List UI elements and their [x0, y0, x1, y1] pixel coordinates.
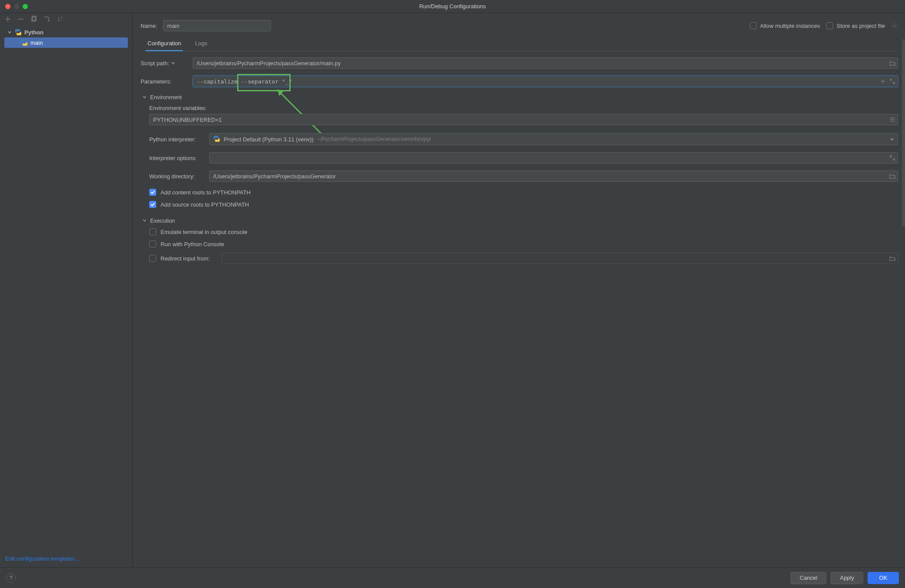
expand-icon[interactable] — [889, 78, 895, 84]
sort-config-icon[interactable] — [57, 16, 64, 23]
edit-templates-link[interactable]: Edit configuration templates... — [5, 555, 80, 562]
checkbox-label: Allow multiple instances — [760, 23, 820, 29]
parameters-label: Parameters: — [141, 78, 188, 85]
chevron-down-icon — [7, 30, 12, 35]
env-vars-input[interactable] — [149, 114, 898, 125]
ok-button[interactable]: OK — [868, 572, 899, 584]
add-config-icon[interactable] — [4, 16, 11, 23]
checkbox-icon — [826, 22, 833, 29]
section-heading: Execution — [150, 217, 175, 224]
tab-bar: Configuration Logs — [141, 40, 898, 51]
list-icon[interactable] — [889, 117, 895, 123]
config-tree[interactable]: Python main — [0, 25, 132, 551]
folder-icon[interactable] — [889, 255, 895, 261]
tree-node-main[interactable]: main — [4, 37, 128, 48]
save-config-icon[interactable] — [44, 16, 50, 23]
chevron-down-icon — [142, 217, 147, 224]
chevron-down-icon[interactable] — [171, 60, 175, 67]
scrollbar-thumb[interactable] — [902, 39, 905, 226]
expand-icon[interactable] — [889, 155, 895, 161]
sidebar-toolbar — [0, 13, 132, 25]
interpreter-value: Project Default (Python 3.11 (venv)) — [224, 136, 314, 143]
gear-icon[interactable] — [891, 22, 898, 29]
checkbox-label: Store as project file — [837, 23, 885, 29]
parameters-input[interactable] — [193, 76, 898, 87]
checkbox-label: Emulate terminal in output console — [161, 229, 247, 235]
zoom-window-icon[interactable] — [23, 4, 28, 9]
python-console-checkbox[interactable] — [149, 241, 156, 247]
dialog-footer: ? Cancel Apply OK — [0, 567, 905, 588]
python-icon — [21, 39, 28, 46]
env-vars-label: Environment variables: — [149, 105, 898, 111]
python-icon — [15, 29, 22, 36]
help-icon[interactable]: ? — [6, 573, 16, 583]
interpreter-label: Python interpreter: — [149, 136, 205, 143]
execution-section-toggle[interactable]: Execution — [142, 217, 898, 224]
window-controls — [5, 4, 28, 9]
checkbox-label: Add source roots to PYTHONPATH — [161, 201, 249, 208]
close-window-icon[interactable] — [5, 4, 10, 9]
checkbox-label: Redirect input from: — [161, 255, 217, 262]
tab-configuration[interactable]: Configuration — [146, 40, 183, 51]
config-form: Name: Allow multiple instances Store as … — [133, 13, 902, 567]
chevron-down-icon — [890, 136, 894, 143]
apply-button[interactable]: Apply — [831, 572, 863, 584]
folder-icon[interactable] — [889, 173, 895, 179]
remove-config-icon[interactable] — [17, 16, 24, 23]
tab-logs[interactable]: Logs — [193, 40, 209, 51]
config-tree-sidebar: Python main Edit configuration templates… — [0, 13, 133, 567]
copy-config-icon[interactable] — [30, 16, 37, 23]
environment-section-toggle[interactable]: Environment — [142, 94, 898, 100]
folder-icon[interactable] — [889, 60, 895, 66]
content-roots-checkbox[interactable] — [149, 189, 156, 196]
redirect-input-path[interactable] — [221, 253, 898, 264]
cancel-button[interactable]: Cancel — [791, 572, 826, 584]
tree-node-label: main — [30, 40, 43, 46]
checkbox-label: Run with Python Console — [161, 241, 224, 247]
svg-point-2 — [894, 25, 895, 27]
checkbox-label: Add content roots to PYTHONPATH — [161, 189, 251, 196]
source-roots-checkbox[interactable] — [149, 201, 156, 208]
script-path-input[interactable] — [193, 57, 898, 69]
script-path-label: Script path: — [141, 60, 188, 67]
python-icon — [213, 135, 220, 144]
tree-node-python[interactable]: Python — [4, 27, 128, 37]
tree-node-label: Python — [24, 29, 44, 36]
working-dir-label: Working directory: — [149, 173, 205, 180]
store-project-file-checkbox[interactable]: Store as project file — [826, 22, 885, 29]
working-dir-input[interactable] — [209, 170, 898, 182]
redirect-input-checkbox[interactable] — [149, 255, 156, 262]
interpreter-dropdown[interactable]: Project Default (Python 3.11 (venv)) ~/P… — [209, 133, 898, 145]
chevron-down-icon — [142, 94, 147, 100]
interpreter-path-hint: ~/PycharmProjects/passGenerator/venv/bin… — [317, 136, 431, 142]
name-input[interactable] — [163, 20, 271, 31]
window-title: Run/Debug Configurations — [0, 3, 905, 10]
minimize-window-icon — [14, 4, 19, 9]
emulate-terminal-checkbox[interactable] — [149, 228, 156, 235]
name-label: Name: — [141, 23, 157, 29]
plus-icon[interactable] — [880, 78, 886, 84]
interpreter-options-label: Interpreter options: — [149, 155, 205, 161]
checkbox-icon — [750, 22, 757, 29]
interpreter-options-input[interactable] — [209, 152, 898, 164]
titlebar: Run/Debug Configurations — [0, 0, 905, 13]
section-heading: Environment — [150, 94, 182, 100]
allow-multiple-checkbox[interactable]: Allow multiple instances — [750, 22, 820, 29]
